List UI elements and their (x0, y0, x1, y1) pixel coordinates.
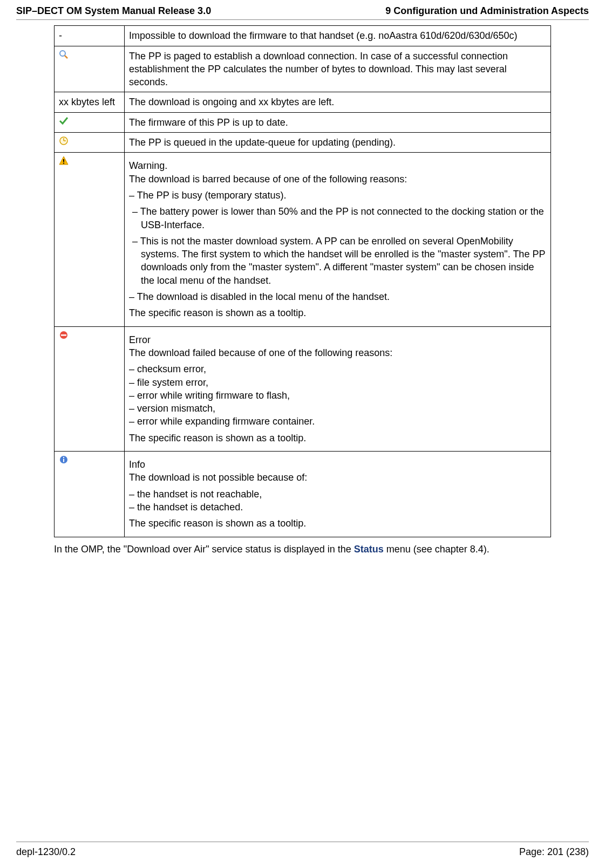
header-right: 9 Configuration und Administration Aspec… (385, 4, 589, 17)
error-tail: The specific reason is shown as a toolti… (129, 432, 546, 445)
info-title: Info (129, 459, 145, 470)
symbol-cell: xx kbytes left (55, 92, 125, 112)
svg-rect-6 (63, 163, 64, 164)
symbol-cell (55, 326, 125, 451)
table-row: The firmware of this PP is up to date. (55, 112, 551, 132)
warning-icon (59, 156, 69, 169)
table-row: xx kbytes left The download is ongoing a… (55, 92, 551, 112)
table-row: The PP is queued in the update-queue for… (55, 133, 551, 153)
page-header: SIP–DECT OM System Manual Release 3.0 9 … (16, 0, 589, 20)
bullet-item: – checksum error, (129, 364, 206, 374)
bullet-item: – The battery power is lower than 50% an… (129, 205, 546, 231)
after-text-pre: In the OMP, the "Download over Air" serv… (54, 544, 354, 555)
after-text-post: menu (see chapter 8.4). (384, 544, 490, 555)
svg-line-1 (65, 56, 67, 58)
symbol-cell (55, 452, 125, 537)
description-cell: InfoThe download is not possible because… (125, 452, 551, 537)
error-intro: The download failed because of one of th… (129, 347, 392, 358)
bullet-item: – This is not the master download system… (129, 235, 546, 287)
table-row: ErrorThe download failed because of one … (55, 326, 551, 451)
bullet-item: – version mismatch, (129, 403, 215, 414)
description-cell: The PP is paged to establish a download … (125, 46, 551, 92)
bullet-item: – error while expanding firmware contain… (129, 416, 315, 427)
svg-point-0 (60, 51, 65, 56)
symbol-cell (55, 133, 125, 153)
symbol-cell (55, 112, 125, 132)
status-table: - Impossible to download the firmware to… (54, 25, 551, 537)
svg-rect-10 (63, 457, 64, 458)
magnifier-icon (59, 50, 69, 63)
svg-rect-8 (61, 334, 66, 336)
checkmark-icon (59, 116, 69, 129)
bullet-item: – The download is disabled in the local … (129, 290, 546, 303)
bullet-item: – The PP is busy (temporary status). (129, 189, 546, 202)
info-tail: The specific reason is shown as a toolti… (129, 517, 546, 530)
description-cell: The PP is queued in the update-queue for… (125, 133, 551, 153)
description-cell: The download is ongoing and xx kbytes ar… (125, 92, 551, 112)
header-left: SIP–DECT OM System Manual Release 3.0 (16, 4, 211, 17)
svg-rect-11 (63, 459, 64, 462)
info-intro: The download is not possible because of: (129, 472, 307, 483)
description-cell: Warning.The download is barred because o… (125, 153, 551, 326)
bullet-item: – file system error, (129, 377, 208, 388)
after-table-paragraph: In the OMP, the "Download over Air" serv… (54, 543, 551, 556)
warning-intro: The download is barred because of one of… (129, 174, 407, 184)
description-cell: The firmware of this PP is up to date. (125, 112, 551, 132)
error-title: Error (129, 334, 151, 345)
bullet-item: – the handset is detached. (129, 502, 243, 512)
page: SIP–DECT OM System Manual Release 3.0 9 … (0, 0, 605, 556)
table-row: - Impossible to download the firmware to… (55, 26, 551, 46)
warning-tail: The specific reason is shown as a toolti… (129, 306, 546, 319)
description-cell: Impossible to download the firmware to t… (125, 26, 551, 46)
bullet-item: – the handset is not reachable, (129, 489, 262, 500)
error-icon (59, 330, 69, 343)
info-icon (59, 455, 69, 468)
bullet-item: – error while writing firmware to flash, (129, 390, 290, 401)
svg-rect-5 (63, 159, 64, 162)
status-menu-ref: Status (354, 544, 384, 555)
warning-title: Warning. (129, 160, 167, 171)
table-row: Warning.The download is barred because o… (55, 153, 551, 326)
table-row: The PP is paged to establish a download … (55, 46, 551, 92)
symbol-cell (55, 46, 125, 92)
description-cell: ErrorThe download failed because of one … (125, 326, 551, 451)
clock-icon (59, 136, 69, 149)
symbol-cell: - (55, 26, 125, 46)
content-area: - Impossible to download the firmware to… (16, 25, 589, 556)
symbol-cell (55, 153, 125, 326)
table-row: InfoThe download is not possible because… (55, 452, 551, 537)
